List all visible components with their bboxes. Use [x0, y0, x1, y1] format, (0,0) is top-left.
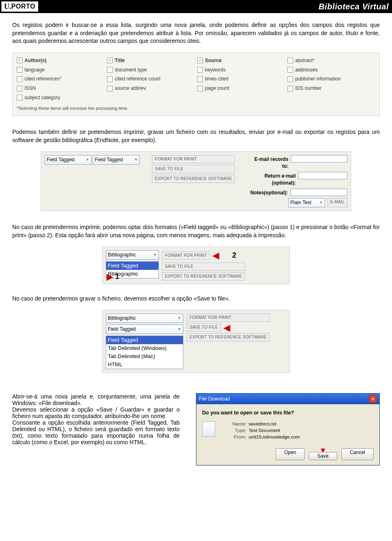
save-to-file-button[interactable]: SAVE TO FILE	[152, 165, 235, 173]
email-to-label: E-mail records to:	[247, 155, 288, 171]
format-for-print-button[interactable]: FORMAT FOR PRINT	[187, 314, 270, 322]
header-title: Biblioteca Virtual	[318, 2, 389, 11]
checkbox-label: subject category	[24, 94, 60, 101]
cancel-button[interactable]: Cancel	[341, 448, 374, 460]
checkbox-icon	[17, 67, 22, 73]
chevron-down-icon: ▼	[134, 157, 138, 163]
checkbox-label: language	[24, 67, 45, 73]
bibliographic-select[interactable]: Bibliographic▼	[106, 250, 159, 260]
checkbox-item[interactable]: times cited	[197, 76, 285, 82]
checkbox-icon	[197, 67, 203, 73]
file-icon	[202, 421, 215, 437]
field-tagged-select[interactable]: Field Tagged▼	[106, 325, 183, 334]
notes-input[interactable]	[290, 189, 347, 196]
output-panel: Field Tagged▼ Field Tagged▼ FORMAT FOR P…	[41, 151, 351, 211]
checkbox-icon	[197, 76, 203, 82]
dropdown-option[interactable]: HTML	[106, 361, 183, 369]
notes-label: Notes(optional):	[250, 189, 288, 197]
name-value: savedrecs.txt	[249, 421, 276, 426]
format-for-print-button[interactable]: FORMAT FOR PRINT	[152, 155, 235, 163]
checkbox-label: publisher information	[295, 76, 341, 82]
dropdown-option-selected[interactable]: Field Tagged	[106, 262, 158, 270]
open-button[interactable]: Open	[276, 448, 305, 460]
checkbox-icon	[17, 95, 22, 100]
step-1-label: 1	[115, 272, 119, 282]
checkbox-icon	[107, 86, 113, 91]
export-ref-button[interactable]: EXPORT TO REFERENCE SOFTWARE	[187, 333, 270, 341]
checkbox-item[interactable]: cited references*	[17, 76, 105, 82]
checkbox-label: cited reference count	[115, 76, 160, 82]
checkbox-item[interactable]: ✓Title	[107, 57, 195, 64]
email-button[interactable]: E-MAIL	[327, 198, 347, 207]
logo-porto: PORTO	[11, 3, 36, 10]
checkbox-panel: ✓Author(s)✓Title✓Sourceabstract*language…	[12, 53, 380, 116]
step-2-label: 2	[232, 250, 236, 260]
checkbox-label: Title	[115, 57, 125, 64]
checkbox-icon	[107, 67, 113, 73]
dropdown-option-selected[interactable]: Field Tagged	[106, 336, 183, 344]
checkbox-item[interactable]: ✓Author(s)	[17, 57, 105, 64]
checkbox-label: keywords	[205, 67, 226, 73]
checkbox-item[interactable]: ISSN	[17, 85, 105, 92]
arrow-red-icon: ▶	[107, 274, 114, 279]
save-dropdown-open[interactable]: Field Tagged Tab Delimited (Windows) Tab…	[106, 336, 183, 370]
page-header: U. PORTO Biblioteca Virtual	[0, 0, 392, 13]
export-ref-button[interactable]: EXPORT TO REFERENCE SOFTWARE	[162, 272, 245, 281]
return-email-label: Return e-mail (optional):	[247, 172, 296, 187]
chevron-down-icon: ▼	[86, 157, 89, 163]
checkbox-icon	[107, 76, 113, 82]
return-email-input[interactable]	[298, 172, 347, 179]
checkbox-label: IDS number	[295, 85, 321, 92]
dropdown-option[interactable]: Tab Delimited (Windows)	[106, 344, 183, 352]
checkbox-item[interactable]: page count	[197, 85, 285, 92]
checkbox-item[interactable]: ✓Source	[197, 57, 285, 64]
checkbox-item[interactable]: subject category	[17, 94, 105, 101]
bibliographic-select[interactable]: Bibliographic▼	[106, 314, 183, 323]
save-to-file-button[interactable]: SAVE TO FILE	[187, 323, 221, 332]
chevron-down-icon: ▼	[178, 316, 181, 321]
save-panel: Bibliographic▼ Field Tagged▼ Field Tagge…	[102, 310, 290, 373]
chevron-down-icon: ▼	[153, 252, 157, 258]
checkbox-item[interactable]: source abbrev.	[107, 85, 195, 92]
from-value: uml15.isiknowledge.com	[249, 434, 300, 439]
checkbox-item[interactable]: cited reference count	[107, 76, 195, 82]
checkbox-item[interactable]: keywords	[197, 67, 285, 73]
checkbox-label: addresses	[295, 67, 318, 73]
export-ref-button[interactable]: EXPORT TO REFERENCE SOFTWARE	[152, 175, 235, 183]
checkbox-icon	[197, 86, 203, 91]
logo: U. PORTO	[1, 1, 38, 12]
paragraph-3: No caso de pretendermos imprimir, podemo…	[12, 223, 380, 239]
save-to-file-button[interactable]: SAVE TO FILE	[162, 263, 245, 271]
close-icon[interactable]: ×	[369, 395, 377, 403]
checkbox-item[interactable]: document type	[107, 67, 195, 73]
checkbox-icon: ✓	[107, 58, 113, 63]
format-select-1[interactable]: Field Tagged▼	[45, 155, 91, 165]
checkbox-item[interactable]: language	[17, 67, 105, 73]
checkbox-label: ISSN	[24, 85, 36, 92]
checkbox-item[interactable]: IDS number	[287, 85, 375, 92]
checkbox-icon	[287, 58, 293, 63]
arrow-red-icon: ◀	[223, 325, 230, 330]
checkbox-icon	[287, 76, 293, 82]
format-select-2[interactable]: Field Tagged▼	[93, 155, 140, 165]
arrow-red-icon: ◀	[212, 253, 219, 258]
type-key: Type:	[221, 428, 249, 433]
paragraph-4: No caso de pretendermos gravar o ficheir…	[12, 295, 380, 303]
email-to-input[interactable]	[291, 155, 347, 163]
checkbox-item[interactable]: abstract*	[287, 57, 375, 64]
checkbox-label: times cited	[205, 76, 228, 82]
bottom-text: Abrir-se-á uma nova janela e, conjuntame…	[12, 393, 180, 445]
checkbox-icon: ✓	[197, 58, 203, 63]
from-key: From:	[221, 434, 249, 439]
checkbox-item[interactable]: addresses	[287, 67, 375, 73]
chevron-down-icon: ▼	[319, 200, 323, 205]
dropdown-option[interactable]: Tab Delimited (Mac)	[106, 352, 183, 361]
checkbox-label: Source	[205, 57, 222, 64]
checkbox-label: Author(s)	[24, 57, 47, 64]
plaintext-select[interactable]: Plain Text▼	[288, 198, 325, 207]
checkbox-icon	[287, 86, 293, 91]
checkbox-footnote: *Selecting these items will increase the…	[17, 104, 375, 111]
format-for-print-button[interactable]: FORMAT FOR PRINT	[162, 252, 210, 260]
checkbox-item[interactable]: publisher information	[287, 76, 375, 82]
save-button[interactable]: Save	[309, 452, 337, 460]
